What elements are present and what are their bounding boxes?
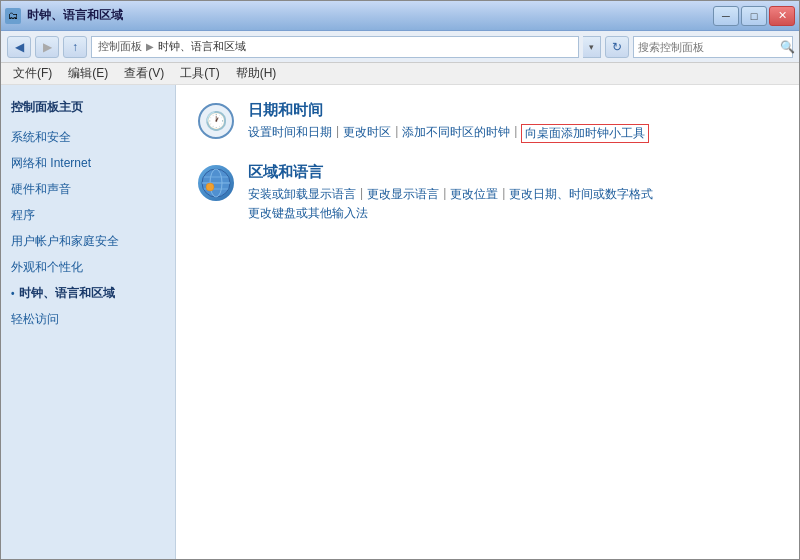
link-change-date-format[interactable]: 更改日期、时间或数字格式 [509,186,653,203]
address-bar[interactable]: 控制面板 ▶ 时钟、语言和区域 [91,36,579,58]
clock-section-icon: 🕐 [196,101,236,141]
section-datetime: 🕐 日期和时间 设置时间和日期 | 更改时区 | 添加不同时区的时钟 | 向桌面… [196,101,779,143]
address-dropdown[interactable]: ▾ [583,36,601,58]
sidebar-item-clock[interactable]: • 时钟、语言和区域 [1,280,175,306]
titlebar: 🗂 时钟、语言和区域 ─ □ ✕ [1,1,799,31]
refresh-button[interactable]: ↻ [605,36,629,58]
link-set-datetime[interactable]: 设置时间和日期 [248,124,332,143]
menu-view[interactable]: 查看(V) [116,63,172,84]
menu-help[interactable]: 帮助(H) [228,63,285,84]
window-title: 时钟、语言和区域 [27,7,123,24]
link-install-language[interactable]: 安装或卸载显示语言 [248,186,356,203]
sidebar-item-clock-label: 时钟、语言和区域 [19,284,115,302]
region-title[interactable]: 区域和语言 [248,163,779,182]
address-prefix: 控制面板 [98,39,142,54]
up-icon: ↑ [72,40,78,54]
forward-button[interactable]: ▶ [35,36,59,58]
menu-tools[interactable]: 工具(T) [172,63,227,84]
forward-icon: ▶ [43,40,52,54]
sidebar-item-system[interactable]: 系统和安全 [1,124,175,150]
titlebar-controls: ─ □ ✕ [713,6,795,26]
active-bullet: • [11,286,15,301]
back-icon: ◀ [15,40,24,54]
sidebar-item-hardware[interactable]: 硬件和声音 [1,176,175,202]
address-separator: ▶ [146,41,154,52]
content-area: 控制面板主页 系统和安全 网络和 Internet 硬件和声音 程序 用户帐户和… [1,85,799,559]
titlebar-left: 🗂 时钟、语言和区域 [5,7,123,24]
window-icon: 🗂 [5,8,21,24]
sidebar-item-programs[interactable]: 程序 [1,202,175,228]
link-add-clocks[interactable]: 添加不同时区的时钟 [402,124,510,143]
region-links: 安装或卸载显示语言 | 更改显示语言 | 更改位置 | 更改日期、时间或数字格式 [248,186,779,203]
sidebar-item-accessibility[interactable]: 轻松访问 [1,306,175,332]
main-window: 🗂 时钟、语言和区域 ─ □ ✕ ◀ ▶ ↑ 控制面板 ▶ 时钟、语言和区域 ▾… [0,0,800,560]
search-button[interactable]: 🔍 [780,39,795,55]
address-current: 时钟、语言和区域 [158,39,246,54]
main-panel: 🕐 日期和时间 设置时间和日期 | 更改时区 | 添加不同时区的时钟 | 向桌面… [176,85,799,559]
up-button[interactable]: ↑ [63,36,87,58]
search-input[interactable] [638,41,776,53]
datetime-links: 设置时间和日期 | 更改时区 | 添加不同时区的时钟 | 向桌面添加时钟小工具 [248,124,779,143]
back-button[interactable]: ◀ [7,36,31,58]
svg-point-5 [206,183,214,191]
link-change-timezone[interactable]: 更改时区 [343,124,391,143]
section-region: 区域和语言 安装或卸载显示语言 | 更改显示语言 | 更改位置 | 更改日期、时… [196,163,779,222]
maximize-button[interactable]: □ [741,6,767,26]
menu-edit[interactable]: 编辑(E) [60,63,116,84]
sidebar-item-accounts[interactable]: 用户帐户和家庭安全 [1,228,175,254]
clock-icon: 🕐 [198,103,234,139]
datetime-title[interactable]: 日期和时间 [248,101,779,120]
region-sublinks: 更改键盘或其他输入法 [248,205,779,222]
refresh-icon: ↻ [612,40,622,54]
globe-icon [198,165,234,201]
sidebar-item-appearance[interactable]: 外观和个性化 [1,254,175,280]
addressbar: ◀ ▶ ↑ 控制面板 ▶ 时钟、语言和区域 ▾ ↻ 🔍 [1,31,799,63]
region-content: 区域和语言 安装或卸载显示语言 | 更改显示语言 | 更改位置 | 更改日期、时… [248,163,779,222]
link-change-display-lang[interactable]: 更改显示语言 [367,186,439,203]
globe-section-icon [196,163,236,203]
sidebar: 控制面板主页 系统和安全 网络和 Internet 硬件和声音 程序 用户帐户和… [1,85,176,559]
minimize-button[interactable]: ─ [713,6,739,26]
sidebar-title: 控制面板主页 [1,95,175,124]
close-button[interactable]: ✕ [769,6,795,26]
menu-file[interactable]: 文件(F) [5,63,60,84]
menubar: 文件(F) 编辑(E) 查看(V) 工具(T) 帮助(H) [1,63,799,85]
sidebar-item-network[interactable]: 网络和 Internet [1,150,175,176]
datetime-content: 日期和时间 设置时间和日期 | 更改时区 | 添加不同时区的时钟 | 向桌面添加… [248,101,779,143]
link-change-location[interactable]: 更改位置 [450,186,498,203]
search-box: 🔍 [633,36,793,58]
link-add-clock-gadget[interactable]: 向桌面添加时钟小工具 [521,124,649,143]
link-change-keyboard[interactable]: 更改键盘或其他输入法 [248,206,368,220]
